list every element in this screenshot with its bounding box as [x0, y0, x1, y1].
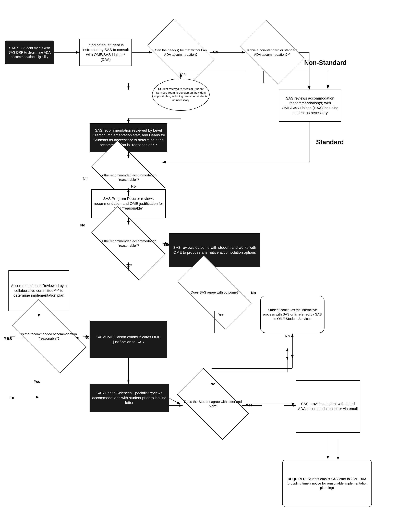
- no-label-diamond2-right: No: [80, 223, 85, 228]
- box1-label: If indicated, student is instructed by S…: [82, 43, 130, 62]
- no-label-3: No: [164, 242, 169, 247]
- yes-label-5: Yes: [34, 379, 40, 384]
- diamond6-inner: Does the Student agree with letter and p…: [181, 385, 245, 423]
- diamond3-inner: Is the recommended accommodation "reason…: [95, 225, 162, 262]
- diamond5-text: Is the recommended accommodation "reason…: [15, 331, 83, 342]
- diamond2-text: Is the recommended accommodation "reason…: [95, 172, 162, 183]
- box2-label: SAS recommendation reviewed by Level Dir…: [92, 128, 165, 147]
- standard-label: Standard: [316, 139, 344, 146]
- box6: Student continues the interactive proces…: [260, 296, 324, 333]
- box9: SAS Health Sciences Specialist reviews a…: [89, 384, 169, 412]
- diamond3-text: Is the recommended accommodation "reason…: [95, 238, 162, 249]
- box2: SAS recommendation reviewed by Level Dir…: [89, 123, 167, 152]
- box1: If indicated, student is instructed by S…: [79, 39, 132, 66]
- no-label-d6: No: [210, 382, 215, 386]
- flowchart-container: START: Student meets with SAS DRP to det…: [0, 0, 398, 532]
- svg-line-43: [169, 398, 180, 404]
- diamond4-text: Does SAS agree with outcome?: [190, 289, 240, 295]
- box4-label: SAS Program Director reviews recommendat…: [93, 196, 164, 211]
- diamond5-inner: Is the recommended accommodation "reason…: [15, 318, 83, 355]
- diamond3: Is the recommended accommodation "reason…: [95, 225, 162, 262]
- box8-label: SAS/OME Liaison communicates OME justifi…: [92, 335, 165, 344]
- yes-label-6: Yes: [246, 403, 252, 407]
- diamond-nonstandard-text: Is this a non-standard or standard ADA a…: [245, 47, 299, 58]
- yes-label-3: Yes: [126, 263, 132, 267]
- box9-label: SAS Health Sciences Specialist reviews a…: [92, 391, 167, 405]
- diamond6-text: Does the Student agree with letter and p…: [181, 399, 245, 409]
- diamond-nonstandard: Is this a non-standard or standard ADA a…: [245, 34, 299, 71]
- diamond1-inner: Can the need(s) be met without an ADA ac…: [152, 34, 209, 71]
- yes-label-1: Yes: [179, 72, 186, 76]
- diamond-nonstandard-inner: Is this a non-standard or standard ADA a…: [245, 34, 299, 71]
- box5: SAS reviews outcome with student and wor…: [169, 233, 260, 267]
- box10: SAS provides student with dated ADA acco…: [296, 380, 360, 433]
- no-label-5: No: [84, 336, 89, 340]
- box3-label: SAS reviews accommodation reccommendatio…: [281, 96, 339, 115]
- oval1: Student referred to Medical Student Serv…: [152, 79, 209, 111]
- rounded-box: REQUIRED: Student emails SAS letter to O…: [282, 460, 372, 507]
- oval1-label: Student referred to Medical Student Serv…: [154, 87, 208, 102]
- diamond1-text: Can the need(s) be met without an ADA ac…: [152, 47, 209, 58]
- diamond4: Does SAS agree with outcome?: [181, 274, 248, 311]
- start-box: START: Student meets with SAS DRP to det…: [5, 41, 54, 64]
- yes-label-outer: Yes: [3, 336, 12, 341]
- start-label: START: Student meets with SAS DRP to det…: [7, 46, 52, 59]
- box8: SAS/OME Liaison communicates OME justifi…: [89, 321, 167, 358]
- box10-label: SAS provides student with dated ADA acco…: [298, 402, 358, 411]
- diamond6: Does the Student agree with letter and p…: [181, 385, 245, 423]
- box7-label: Accommodation is Reviewed by a collabora…: [11, 283, 67, 298]
- no-label-4: No: [251, 291, 256, 295]
- diamond4-inner: Does SAS agree with outcome?: [181, 274, 248, 311]
- diamond1: Can the need(s) be met without an ADA ac…: [152, 34, 209, 71]
- nonstandard-label: Non-Standard: [304, 59, 347, 66]
- no-label-1: No: [213, 50, 218, 54]
- svg-text:No: No: [83, 177, 88, 181]
- box5-label: SAS reviews outcome with student and wor…: [171, 245, 258, 255]
- diamond5: Is the recommended accommodation "reason…: [15, 318, 83, 355]
- no-label-6: No: [285, 334, 290, 338]
- box3: SAS reviews accommodation reccommendatio…: [279, 89, 341, 122]
- box6-label: Student continues the interactive proces…: [262, 308, 322, 321]
- rounded-box-label: REQUIRED: Student emails SAS letter to O…: [284, 477, 370, 490]
- box4: SAS Program Director reviews recommendat…: [91, 189, 166, 218]
